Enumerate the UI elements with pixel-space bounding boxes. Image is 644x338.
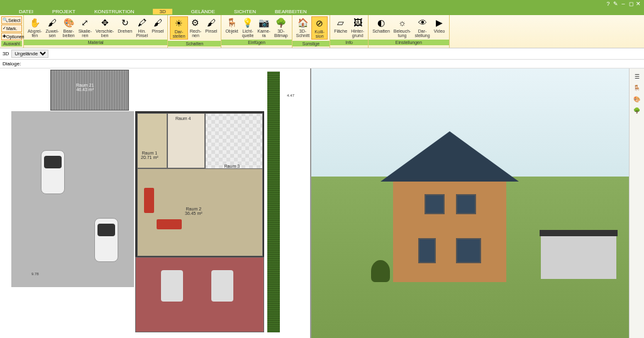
ribbon-dar[interactable]: ☀Dar-stellen [170,16,187,40]
dialoge-bar: Dialoge: [0,60,644,68]
select-button[interactable]: 🔍Select [1,16,22,24]
sofa-2[interactable] [157,219,182,229]
ribbon-3d[interactable]: 🏠3D-Schnitt [294,16,311,40]
ribbon-icon: 🎨 [63,17,74,28]
ribbon-group-sonstige: 🏠3D-Schnitt⊘Kolli-sionSonstige [292,15,330,48]
patio-sofa-2[interactable] [211,270,233,302]
ribbon-group-schatten: ☀Dar-stellen⚙Rech-nen🖌PinselSchatten [168,15,221,48]
help-icon[interactable]: ? [605,1,611,7]
ribbon-icon: 🪑 [226,17,238,28]
ribbon-label: Dar-stellen [172,30,185,38]
ribbon-icon: ✥ [99,17,111,28]
ribbon-group-label: Material [24,40,167,45]
floorplan: Raum 2146.43 m² Raum 4 Raum 338.70 m² Ra… [0,68,310,338]
mark-button[interactable]: ✓Mark. [1,25,22,32]
garage-3d [541,235,616,279]
patio [135,257,264,332]
ribbon-schatten[interactable]: ◐Schatten [370,16,392,38]
menu-datei[interactable]: DATEI [19,9,33,14]
ribbon-licht[interactable]: 💡Licht-quelle [240,16,256,38]
ribbon-label: Fläche [334,29,347,33]
ribbon-objekt[interactable]: 🪑Objekt [223,16,240,38]
ribbon-icon: ⊘ [314,18,325,29]
menu-gelaende[interactable]: GELÄNDE [191,9,215,14]
ribbon-drehen[interactable]: ↻Drehen [116,16,134,38]
ribbon-abgrei[interactable]: ✋Abgrei-fen [26,16,44,38]
ribbon-hin[interactable]: 🖍Hin.Pinsel [134,16,150,38]
ribbon-icon: ▱ [335,17,347,28]
pane-tools: ☰ 🪑 🎨 🌳 [629,68,644,338]
ribbon-label: Pinsel [152,29,164,33]
ribbon-verschie[interactable]: ✥Verschie-ben [94,16,116,38]
ribbon-bear[interactable]: 🎨Bear-beiten [61,16,77,38]
ribbon-icon: ▶ [434,17,445,28]
sofa-1[interactable] [144,188,154,213]
menubar: DATEI PROJEKT KONSTRUKTION 3D GELÄNDE SI… [0,8,644,15]
terrain-select[interactable]: Urgelände [11,50,48,58]
menu-3d[interactable]: 3D [153,9,172,14]
window-controls: ? ✎ – ◻ ✕ [605,1,641,7]
house-3d [368,119,531,282]
optionen-button[interactable]: ✚Optionen [1,33,22,40]
ribbon-label: Dar-stellung [414,29,430,38]
ribbon-icon: 🖍 [136,17,148,28]
ribbon-label: Hinter-grund [351,29,364,38]
ribbon-label: Rech-nen [190,29,202,38]
ribbon-dar[interactable]: 👁Dar-stellung [413,16,431,38]
window-3d-1 [425,194,445,214]
ribbon-zuwei[interactable]: 🖌Zuwei-sen [44,16,61,38]
menu-projekt[interactable]: PROJEKT [52,9,75,14]
ribbon-pinsel[interactable]: 🖌Pinsel [203,16,219,40]
menu-konstruktion[interactable]: KONSTRUKTION [94,9,135,14]
layers-icon[interactable]: ☰ [635,74,640,80]
ribbon-beleuch[interactable]: ☼Beleuch-tung [392,16,413,38]
close-icon[interactable]: ✕ [635,1,641,7]
ribbon-icon: 📷 [258,17,270,28]
car-1[interactable] [41,150,65,194]
ribbon-kolli[interactable]: ⊘Kolli-sion [311,16,328,40]
ribbon-icon: ◐ [375,17,387,28]
ribbon-group-label: Sonstige [292,41,330,46]
minimize-icon[interactable]: – [620,1,626,7]
ribbon-pinsel[interactable]: 🖌Pinsel [150,16,165,38]
ribbon-group-label: Schatten [168,41,221,46]
tree-icon[interactable]: 🌳 [633,107,640,114]
ribbon-label: Licht-quelle [242,29,254,38]
ribbon-kame[interactable]: 📷Kame-ra [255,16,272,38]
menu-bearbeiten[interactable]: BEARBEITEN [275,9,307,14]
ribbon-label: Objekt [225,29,238,33]
dim-4-47: 4.47 [287,94,294,97]
maximize-icon[interactable]: ◻ [628,1,634,7]
palette-icon[interactable]: 🎨 [633,96,640,102]
auswahl-label: Auswahl [1,41,22,46]
workspace: Raum 2146.43 m² Raum 4 Raum 338.70 m² Ra… [0,68,644,338]
ribbon-icon: 🏠 [297,17,308,28]
ribbon-group-label: Einfügen [221,40,291,45]
room-2: Raum 236.45 m² [137,168,263,256]
car-2[interactable] [94,218,118,262]
menu-sichten[interactable]: SICHTEN [234,9,256,14]
pane-3d[interactable] [311,68,629,338]
ribbon-skalie[interactable]: ⤢Skalie-ren [77,16,94,38]
ribbon-icon: 🖌 [206,17,217,28]
ribbon-group-material: ✋Abgrei-fen🖌Zuwei-sen🎨Bear-beiten⤢Skalie… [24,15,168,48]
ribbon-icon: ↻ [119,17,131,28]
ribbon-label: Abgrei-fen [28,29,42,38]
patio-sofa-1[interactable] [161,270,183,302]
ribbon-rech[interactable]: ⚙Rech-nen [188,16,204,40]
ribbon-label: Kolli-sion [314,30,325,38]
dim-total: 9.78 [31,272,39,276]
ribbon-icon: ☀ [174,18,185,29]
ribbon-icon: ☼ [397,17,408,28]
ribbon-fläche[interactable]: ▱Fläche [332,16,349,38]
ribbon-group-label: Info [330,40,368,45]
hint-icon[interactable]: ✎ [613,1,619,7]
ribbon-icon: 🖼 [352,17,364,28]
pane-2d[interactable]: Raum 2146.43 m² Raum 4 Raum 338.70 m² Ra… [0,68,311,338]
ribbon-hinter[interactable]: 🖼Hinter-grund [349,16,366,38]
chair-icon[interactable]: 🪑 [633,85,640,91]
ribbon-video[interactable]: ▶Video [432,16,447,38]
hedge-right [267,72,280,332]
ribbon-auswahl-group: 🔍Select ✓Mark. ✚Optionen Auswahl [0,15,24,48]
ribbon-3d[interactable]: 🌳3D-Bitmap [272,16,290,38]
